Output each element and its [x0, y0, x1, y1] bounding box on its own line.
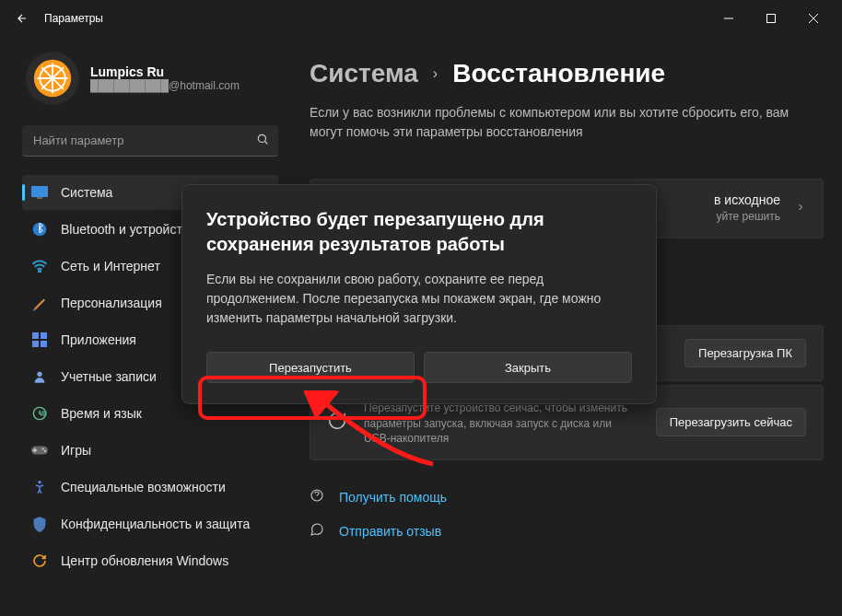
sidebar-item-label: Центр обновления Windows	[61, 553, 228, 568]
sidebar-item-games[interactable]: Игры	[22, 433, 278, 468]
sidebar-item-accessibility[interactable]: Специальные возможности	[22, 470, 278, 505]
settings-window: Параметры Lumpics Ru ██████████@hotmail.…	[0, 0, 842, 616]
shield-icon	[31, 516, 48, 532]
svg-rect-19	[41, 341, 47, 347]
back-button[interactable]	[7, 4, 37, 33]
games-icon	[31, 442, 48, 459]
svg-line-11	[264, 141, 267, 144]
help-icon	[310, 488, 326, 506]
search-container	[22, 125, 278, 157]
minimize-icon	[724, 14, 733, 23]
restart-pc-button[interactable]: Перезагрузка ПК	[684, 339, 806, 367]
window-controls	[708, 4, 835, 33]
link-label: Отправить отзыв	[339, 524, 441, 539]
titlebar: Параметры	[0, 0, 842, 37]
search-icon	[256, 133, 269, 149]
sidebar-item-label: Конфиденциальность и защита	[61, 517, 250, 531]
restart-confirm-dialog: Устройство будет перезапущено для сохран…	[181, 184, 657, 404]
sidebar-item-label: Bluetooth и устройства	[61, 222, 196, 237]
svg-point-10	[258, 134, 265, 142]
breadcrumb: Система › Восстановление	[310, 59, 824, 88]
window-title: Параметры	[44, 12, 103, 25]
arrow-left-icon	[16, 12, 29, 25]
svg-point-15	[39, 271, 41, 273]
svg-point-25	[44, 450, 46, 452]
svg-point-20	[37, 372, 41, 377]
time-icon	[31, 405, 48, 422]
update-icon	[31, 552, 48, 569]
card-sub-fragment: уйте решить	[714, 209, 780, 225]
chevron-right-icon	[795, 200, 806, 216]
wifi-icon	[31, 258, 48, 274]
sidebar-item-update[interactable]: Центр обновления Windows	[22, 543, 278, 578]
profile-name: Lumpics Ru	[90, 64, 240, 79]
restart-icon	[327, 411, 349, 435]
dialog-close-button[interactable]: Закрыть	[424, 352, 632, 383]
sidebar-item-label: Время и язык	[61, 406, 142, 421]
maximize-button[interactable]	[750, 4, 792, 33]
close-icon	[809, 14, 818, 23]
svg-rect-17	[41, 332, 47, 339]
page-description: Если у вас возникли проблемы с компьютер…	[310, 103, 798, 142]
svg-point-22	[41, 411, 47, 417]
feedback-link[interactable]: Отправить отзыв	[310, 522, 824, 540]
dialog-body: Если вы не сохранили свою работу, сохран…	[206, 270, 632, 328]
breadcrumb-parent[interactable]: Система	[310, 59, 418, 88]
svg-rect-12	[31, 186, 48, 197]
dialog-title: Устройство будет перезапущено для сохран…	[206, 207, 632, 257]
profile-email: ██████████@hotmail.com	[90, 79, 240, 92]
sidebar-item-label: Приложения	[61, 332, 136, 347]
sidebar-item-label: Сеть и Интернет	[61, 259, 160, 273]
chevron-right-icon: ›	[433, 65, 438, 82]
feedback-icon	[310, 522, 326, 540]
dialog-restart-button[interactable]: Перезапустить	[206, 352, 415, 383]
svg-rect-16	[32, 332, 39, 339]
svg-point-26	[38, 481, 41, 483]
search-input[interactable]	[22, 125, 278, 157]
help-links: Получить помощь Отправить отзыв	[310, 488, 824, 540]
personalization-icon	[31, 295, 48, 311]
sidebar-item-label: Система	[61, 185, 112, 200]
apps-icon	[31, 331, 48, 348]
bluetooth-icon	[31, 221, 48, 238]
accounts-icon	[31, 368, 48, 385]
breadcrumb-current: Восстановление	[452, 59, 665, 88]
close-button[interactable]	[792, 4, 835, 33]
avatar	[26, 52, 79, 105]
profile-block[interactable]: Lumpics Ru ██████████@hotmail.com	[22, 52, 278, 105]
link-label: Получить помощь	[339, 490, 447, 505]
svg-rect-13	[37, 197, 42, 199]
card-subtitle: Перезапустите устройство сейчас, чтобы и…	[364, 401, 641, 447]
card-title-fragment: в исходное	[714, 192, 780, 207]
sidebar-item-label: Учетные записи	[61, 369, 157, 384]
sidebar-item-privacy[interactable]: Конфиденциальность и защита	[22, 506, 278, 541]
svg-point-24	[42, 447, 44, 449]
svg-rect-1	[767, 15, 776, 23]
svg-rect-18	[32, 341, 39, 347]
sidebar-item-label: Персонализация	[61, 296, 162, 310]
sidebar-item-label: Игры	[61, 443, 91, 458]
restart-now-button[interactable]: Перезагрузить сейчас	[656, 408, 806, 436]
maximize-icon	[766, 14, 776, 23]
get-help-link[interactable]: Получить помощь	[310, 488, 824, 506]
accessibility-icon	[31, 479, 48, 495]
system-icon	[31, 184, 48, 201]
minimize-button[interactable]	[708, 4, 750, 33]
sidebar-item-label: Специальные возможности	[61, 480, 226, 494]
